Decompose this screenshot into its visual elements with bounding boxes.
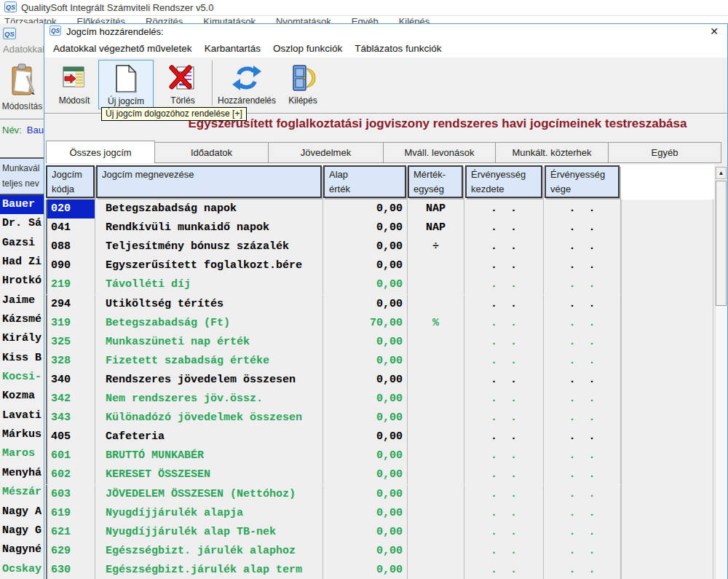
cell-code: 602 [46, 465, 95, 484]
cell-valid-to: . . [544, 523, 621, 542]
table-row[interactable]: 340Rendszeres jövedelem összesen0,00. ..… [44, 371, 727, 390]
employee-list-item[interactable]: Nagyné [0, 540, 44, 559]
cell-valid-from: . . [464, 371, 544, 390]
tab[interactable]: Jövedelmek [269, 142, 384, 163]
main-menu-item[interactable]: Törzsadatok [4, 16, 57, 23]
dialog-menu-item[interactable]: Adatokkal végezhető műveletek [53, 43, 192, 54]
cell-unit [408, 371, 464, 390]
toolbar-button[interactable]: Módosít [52, 60, 97, 109]
cell-value: 0,00 [323, 352, 408, 371]
tab[interactable]: Egyéb [609, 142, 721, 163]
table-row[interactable]: 629Egészségbizt. járulék alaphoz0,00. ..… [44, 542, 727, 561]
close-icon[interactable]: ✕ [705, 24, 723, 39]
employee-list-item[interactable]: Kiss B [0, 349, 44, 368]
cell-valid-to: . . [544, 218, 621, 237]
app-logo-icon: QS [3, 28, 16, 42]
table-row[interactable]: 041Rendkívüli munkaidő napok0,00NAP. .. … [44, 218, 727, 237]
table-row[interactable]: 090Egyszerűsített foglalkozt.bére0,00. .… [44, 256, 727, 275]
dialog-titlebar[interactable]: QS Jogcím hozzárendelés: ✕ [44, 24, 727, 39]
employee-list-item[interactable]: Király [0, 329, 44, 348]
toolbar-button[interactable]: Új jogcím [98, 60, 154, 109]
toolbar-button[interactable]: Törlés [155, 60, 210, 109]
table-row[interactable]: 405Cafeteria0,00. .. . [44, 428, 727, 446]
table-row[interactable]: 621Nyugdíjjárulék alap TB-nek0,00. .. . [44, 523, 727, 542]
toolbar-button-label: Módosít [59, 95, 90, 106]
employee-list-item[interactable]: Jaime [0, 291, 44, 310]
cell-valid-from: . . [464, 465, 544, 484]
cell-name: Nyugdíjjárulék alap TB-nek [95, 523, 323, 542]
delete-document-icon [167, 61, 199, 95]
scroll-up-arrow-icon[interactable]: ▲ [716, 167, 727, 179]
toolbar-button[interactable]: Kilépés [280, 60, 325, 109]
toolbar-button[interactable]: Hozzárendelés [216, 60, 277, 109]
table-row[interactable]: 342Nem rendszeres jöv.össz.0,00. .. . [44, 390, 727, 409]
employee-list-item[interactable]: Had Zi [0, 253, 44, 272]
employee-list-item[interactable]: Dr. Sá [0, 214, 44, 233]
tab[interactable]: Mváll. levonások [384, 142, 496, 163]
main-menu-item-partial[interactable]: Adatokkal [3, 44, 44, 55]
table-row[interactable]: 619Nyugdíjjárulék alapja0,00. .. . [44, 504, 727, 523]
employee-list-item[interactable]: Mészár [0, 483, 44, 502]
employee-list-item[interactable]: Kocsi- [0, 368, 44, 387]
column-header: Érvényességvége [545, 165, 620, 198]
employee-list-item[interactable]: Márkus [0, 425, 44, 444]
column-header-line2: kódja [52, 182, 93, 197]
main-menu-item[interactable]: Kimutatások [203, 16, 256, 23]
table-row[interactable]: 319Betegszabadság (Ft)70,00%. .. . [44, 314, 727, 333]
table-row[interactable]: 088Teljesítmény bónusz százalék0,00÷. ..… [44, 237, 727, 256]
cell-unit [408, 542, 464, 561]
table-row[interactable]: 328Fizetett szabadság értéke0,00. .. . [44, 352, 727, 371]
tab[interactable]: Munkált. közterhek [496, 142, 609, 163]
employee-list-item[interactable]: Kozma [0, 387, 44, 406]
table-row[interactable]: 601BRUTTÓ MUNKABÉR0,00. .. . [44, 446, 727, 465]
cell-value: 0,00 [323, 390, 408, 409]
table-row[interactable]: 020Betegszabadság napok0,00NAP. .. . [44, 200, 727, 218]
modositas-button[interactable]: Módosítás [1, 61, 44, 112]
table-row[interactable]: 343Különadózó jövedelmek összesen0,00. .… [44, 409, 727, 428]
table-row[interactable]: 325Munkaszüneti nap érték0,00. .. . [44, 333, 727, 352]
main-menu-item[interactable]: Kilépés [399, 16, 430, 23]
cell-code: 621 [46, 523, 95, 542]
employee-list-item[interactable]: Ocskay [0, 560, 44, 579]
column-header-line1: Érvényesség [550, 168, 618, 182]
main-menu-item[interactable]: Nyomtatások [276, 16, 331, 23]
cell-valid-to: . . [544, 333, 621, 352]
cell-code: 090 [46, 256, 95, 275]
dialog-menu-item[interactable]: Táblázatos funkciók [355, 43, 441, 54]
employee-list-item[interactable]: Menyhá [0, 464, 44, 483]
cell-code: 219 [46, 275, 95, 294]
cell-code: 619 [46, 504, 95, 523]
dialog-menu-item[interactable]: Oszlop funkciók [273, 43, 342, 54]
table-row[interactable]: 294Utiköltség térítés0,00. .. . [44, 295, 727, 314]
table-row[interactable]: 602KERESET ÖSSZESEN0,00. .. . [44, 465, 727, 484]
scrollbar-thumb[interactable] [716, 181, 727, 306]
employee-list-item[interactable]: Lavati [0, 406, 44, 425]
employee-list-item[interactable]: Maros [0, 444, 44, 463]
cell-valid-from: . . [464, 504, 544, 523]
main-menubar: TörzsadatokElőkészítésRögzítésKimutatáso… [0, 16, 728, 23]
tab[interactable]: Időadatok [155, 142, 269, 163]
cell-valid-from: . . [464, 275, 544, 294]
main-menu-item[interactable]: Egyéb [352, 16, 379, 23]
cell-code: 343 [46, 409, 95, 428]
employee-list-item[interactable]: Bauer [0, 195, 44, 214]
table-row[interactable]: 219Távolléti díj0,00. .. . [44, 275, 727, 294]
table-row[interactable]: 630Egészségbizt.járulék alap term0,00. .… [44, 561, 727, 579]
employee-list-item[interactable]: Hrotkó [0, 272, 44, 291]
tab[interactable]: Összes jogcím [46, 141, 155, 163]
main-menu-item[interactable]: Előkészítés [77, 16, 125, 23]
vertical-scrollbar[interactable]: ▲ [715, 167, 727, 579]
employee-list-item[interactable]: Nagy G [0, 521, 44, 540]
cell-unit [408, 523, 464, 542]
table-row[interactable]: 603JÖVEDELEM ÖSSZESEN (Nettóhoz)0,00. ..… [44, 485, 727, 504]
cell-code: 630 [46, 561, 95, 579]
cell-name: JÖVEDELEM ÖSSZESEN (Nettóhoz) [95, 485, 323, 504]
main-menu-item[interactable]: Rögzítés [146, 16, 183, 23]
employee-list-header: Munkavál teljes nev [0, 157, 44, 195]
employee-list-item[interactable]: Nagy A [0, 503, 44, 521]
employee-list-item[interactable]: Gazsi [0, 234, 44, 253]
column-header: Alapérték [323, 165, 406, 198]
cell-unit: % [408, 314, 464, 333]
employee-list-item[interactable]: Kázsmé [0, 310, 44, 329]
dialog-menu-item[interactable]: Karbantartás [205, 43, 261, 54]
